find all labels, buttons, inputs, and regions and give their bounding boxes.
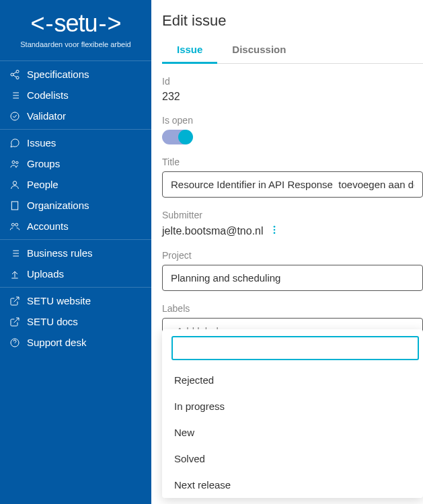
svg-line-29 <box>14 297 19 302</box>
svg-line-4 <box>13 75 17 77</box>
field-isopen: Is open <box>162 115 423 144</box>
check-circle-icon <box>9 111 20 122</box>
sidebar-item-label: Codelists <box>27 89 69 101</box>
dropdown-item-solved[interactable]: Solved <box>162 446 423 472</box>
svg-line-3 <box>13 72 17 74</box>
field-title: Title <box>162 157 423 198</box>
project-label: Project <box>162 250 423 261</box>
accounts-icon <box>9 221 20 232</box>
sidebar-item-label: SETU website <box>27 295 91 306</box>
sidebar-item-support-desk[interactable]: Support desk <box>0 332 151 353</box>
isopen-toggle[interactable] <box>162 130 192 144</box>
sidebar-item-label: Business rules <box>27 247 93 259</box>
svg-point-34 <box>273 229 275 231</box>
tab-discussion[interactable]: Discussion <box>217 37 301 64</box>
sidebar-item-accounts[interactable]: Accounts <box>0 216 151 237</box>
title-label: Title <box>162 157 423 167</box>
sidebar-item-specifications[interactable]: Specifications <box>0 64 151 85</box>
submitter-value: jelte.bootsma@tno.nl <box>162 225 264 237</box>
svg-point-14 <box>13 181 16 184</box>
building-icon <box>9 200 20 211</box>
field-submitter: Submitter jelte.bootsma@tno.nl <box>162 210 423 238</box>
labels-label: Labels <box>162 303 423 314</box>
nav-section-1: Specifications Codelists Validator <box>0 61 151 130</box>
chat-icon <box>9 138 20 149</box>
logo: <-setu-> <box>8 9 143 38</box>
sidebar-item-label: Organizations <box>27 200 89 211</box>
logo-area: <-setu-> Standaarden voor flexibele arbe… <box>0 0 151 61</box>
groups-icon <box>9 159 20 169</box>
list-icon <box>9 248 20 259</box>
sidebar-item-issues[interactable]: Issues <box>0 132 151 153</box>
sidebar-item-setu-docs[interactable]: SETU docs <box>0 311 151 332</box>
title-input[interactable] <box>162 171 423 198</box>
sidebar-item-label: SETU docs <box>27 316 78 327</box>
list-icon <box>9 90 20 101</box>
isopen-label: Is open <box>162 115 423 126</box>
sidebar-item-people[interactable]: People <box>0 174 151 195</box>
sidebar-item-uploads[interactable]: Uploads <box>0 263 151 284</box>
submitter-label: Submitter <box>162 210 423 220</box>
svg-point-35 <box>273 232 275 234</box>
nav-section-3: Business rules Uploads <box>0 240 151 288</box>
svg-point-20 <box>11 223 14 226</box>
external-icon <box>9 317 20 327</box>
svg-point-0 <box>16 70 19 73</box>
help-icon <box>9 337 20 348</box>
dropdown-item-next-release[interactable]: Next release <box>162 472 423 498</box>
sidebar-item-setu-website[interactable]: SETU website <box>0 290 151 311</box>
sidebar-item-label: Support desk <box>27 337 86 348</box>
share-icon <box>9 69 20 80</box>
toggle-knob <box>178 130 193 144</box>
sidebar-item-groups[interactable]: Groups <box>0 153 151 174</box>
id-label: Id <box>162 76 423 87</box>
upload-icon <box>9 269 20 280</box>
field-id: Id 232 <box>162 76 423 103</box>
sidebar-item-organizations[interactable]: Organizations <box>0 195 151 216</box>
project-select[interactable]: Planning and scheduling <box>162 265 423 291</box>
dropdown-search-input[interactable] <box>171 336 419 360</box>
dropdown-item-new[interactable]: New <box>162 419 423 446</box>
sidebar-item-business-rules[interactable]: Business rules <box>0 243 151 263</box>
sidebar-item-label: Specifications <box>27 69 89 80</box>
svg-point-1 <box>11 73 13 76</box>
person-icon <box>9 179 20 190</box>
labels-dropdown: Rejected In progress New Solved Next rel… <box>162 329 423 498</box>
svg-line-30 <box>14 318 19 323</box>
sidebar-item-label: Uploads <box>27 268 64 280</box>
svg-point-33 <box>273 226 275 228</box>
svg-point-21 <box>15 223 18 226</box>
main-content: Edit issue Issue Discussion Id 232 Is op… <box>151 0 423 504</box>
svg-point-12 <box>12 161 15 163</box>
nav-section-2: Issues Groups People Organizations Accou… <box>0 130 151 240</box>
external-icon <box>9 296 20 306</box>
field-project: Project Planning and scheduling <box>162 250 423 291</box>
more-vert-icon[interactable] <box>269 224 280 238</box>
tabs: Issue Discussion <box>162 36 423 64</box>
tab-issue[interactable]: Issue <box>162 37 217 64</box>
svg-point-13 <box>16 161 18 163</box>
svg-point-2 <box>16 76 19 79</box>
page-title: Edit issue <box>162 12 423 30</box>
svg-point-11 <box>11 112 19 120</box>
id-value: 232 <box>162 91 423 103</box>
sidebar-item-label: Groups <box>27 158 60 169</box>
sidebar-item-label: Validator <box>27 110 66 122</box>
dropdown-item-in-progress[interactable]: In progress <box>162 393 423 419</box>
dropdown-item-rejected[interactable]: Rejected <box>162 367 423 393</box>
nav-section-4: SETU website SETU docs Support desk <box>0 288 151 355</box>
sidebar: <-setu-> Standaarden voor flexibele arbe… <box>0 0 151 504</box>
tagline: Standaarden voor flexibele arbeid <box>8 40 143 48</box>
sidebar-item-label: Issues <box>27 137 56 149</box>
sidebar-item-codelists[interactable]: Codelists <box>0 85 151 106</box>
sidebar-item-label: People <box>27 179 59 190</box>
svg-rect-15 <box>11 202 17 210</box>
sidebar-item-label: Accounts <box>27 220 69 232</box>
sidebar-item-validator[interactable]: Validator <box>0 106 151 126</box>
